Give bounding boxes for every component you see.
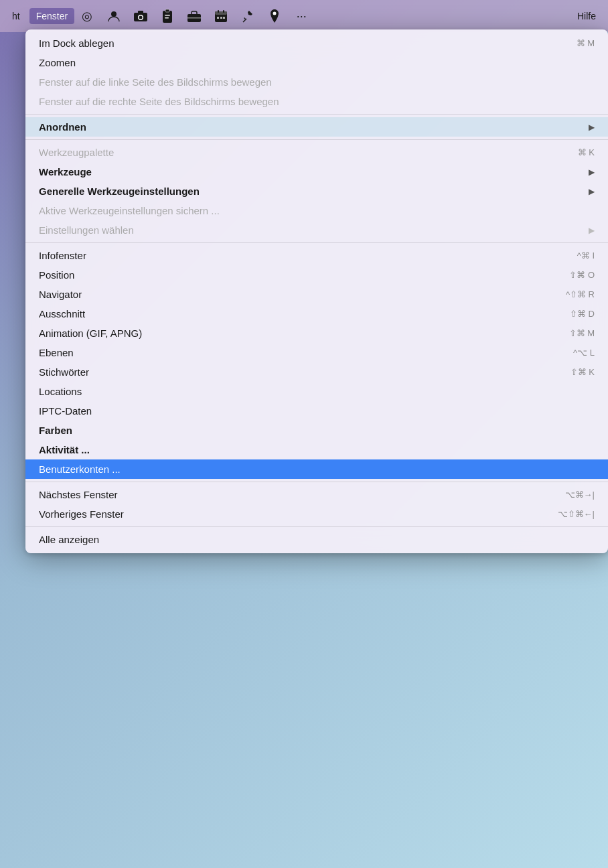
svg-rect-16	[220, 17, 222, 19]
menu-item-generelle-werkzeugeinstellungen[interactable]: Generelle Werkzeugeinstellungen ▶	[25, 182, 608, 201]
menubar-item-ht[interactable]: ht	[5, 8, 27, 24]
svg-rect-14	[223, 10, 224, 13]
menubar-item-fenster[interactable]: Fenster	[29, 8, 74, 24]
menu-item-zoomen[interactable]: Zoomen	[25, 53, 608, 72]
person-icon[interactable]	[106, 9, 121, 23]
menu-item-ebenen[interactable]: Ebenen ^⌥ L	[25, 343, 608, 362]
dots-icon[interactable]: ···	[294, 9, 309, 23]
menu-item-navigator[interactable]: Navigator ^⇧⌘ R	[25, 285, 608, 304]
menu-item-alle-anzeigen[interactable]: Alle anzeigen	[25, 530, 608, 549]
svg-point-0	[111, 11, 117, 17]
menu-item-farben[interactable]: Farben	[25, 421, 608, 440]
menu-item-aktivitat[interactable]: Aktivität ...	[25, 440, 608, 459]
menubar-hilfe[interactable]: Hilfe	[571, 8, 603, 24]
menubar-icons: ◎	[80, 9, 309, 23]
target-icon[interactable]: ◎	[80, 9, 94, 23]
separator-1	[25, 114, 608, 115]
svg-rect-17	[223, 17, 225, 19]
submenu-chevron-anordnen: ▶	[589, 123, 595, 132]
svg-point-3	[139, 16, 143, 19]
submenu-chevron-generelle: ▶	[589, 187, 595, 196]
separator-2	[25, 139, 608, 140]
svg-rect-5	[163, 11, 172, 23]
svg-rect-15	[217, 17, 219, 19]
menu-item-animation[interactable]: Animation (GIF, APNG) ⇧⌘ M	[25, 323, 608, 343]
separator-4	[25, 482, 608, 482]
menu-item-einstellungen-wahlen: Einstellungen wählen ▶	[25, 220, 608, 240]
menu-item-vorheriges-fenster[interactable]: Vorheriges Fenster ⌥⇧⌘←|	[25, 504, 608, 524]
svg-line-18	[243, 19, 246, 22]
separator-5	[25, 526, 608, 527]
menu-item-ausschnitt[interactable]: Ausschnitt ⇧⌘ D	[25, 304, 608, 323]
menubar: ht Fenster ◎	[0, 0, 608, 32]
camera-icon[interactable]	[133, 9, 148, 23]
menu-item-fenster-rechts: Fenster auf die rechte Seite des Bildsch…	[25, 92, 608, 111]
menu-item-infofenster[interactable]: Infofenster ^⌘ I	[25, 246, 608, 265]
menu-item-locations[interactable]: Locations	[25, 382, 608, 401]
menu-item-fenster-links: Fenster auf die linke Seite des Bildschi…	[25, 72, 608, 92]
svg-rect-12	[215, 11, 227, 15]
submenu-chevron-einstellungen: ▶	[589, 226, 595, 235]
svg-point-19	[273, 12, 277, 15]
pin-icon[interactable]	[240, 9, 255, 23]
clipboard-icon[interactable]	[160, 9, 175, 23]
svg-rect-10	[187, 17, 201, 19]
menu-item-nachstes-fenster[interactable]: Nächstes Fenster ⌥⌘→|	[25, 485, 608, 504]
menu-item-iptc-daten[interactable]: IPTC-Daten	[25, 401, 608, 421]
fenster-dropdown-menu: Im Dock ablegen ⌘ M Zoomen Fenster auf d…	[25, 29, 608, 553]
calendar-icon[interactable]	[214, 9, 228, 23]
menu-item-anordnen[interactable]: Anordnen ▶	[25, 117, 608, 137]
menu-item-benutzerkonten[interactable]: Benutzerkonten ...	[25, 459, 608, 479]
submenu-chevron-werkzeuge: ▶	[589, 167, 595, 177]
svg-rect-13	[218, 10, 219, 13]
location-icon[interactable]	[267, 9, 282, 23]
svg-rect-8	[165, 17, 169, 19]
svg-rect-6	[165, 9, 169, 12]
menu-item-werkzeuge[interactable]: Werkzeuge ▶	[25, 162, 608, 182]
menu-item-position[interactable]: Position ⇧⌘ O	[25, 265, 608, 285]
menu-item-aktive-werkzeugeinstellungen: Aktive Werkzeugeinstellungen sichern ...	[25, 201, 608, 220]
svg-rect-7	[165, 15, 170, 16]
menu-item-im-dock[interactable]: Im Dock ablegen ⌘ M	[25, 33, 608, 53]
menu-item-werkzeugpalette: Werkzeugpalette ⌘ K	[25, 143, 608, 162]
briefcase-icon[interactable]	[187, 9, 202, 23]
menu-item-stichworter[interactable]: Stichwörter ⇧⌘ K	[25, 362, 608, 382]
svg-rect-4	[138, 11, 143, 13]
separator-3	[25, 242, 608, 243]
